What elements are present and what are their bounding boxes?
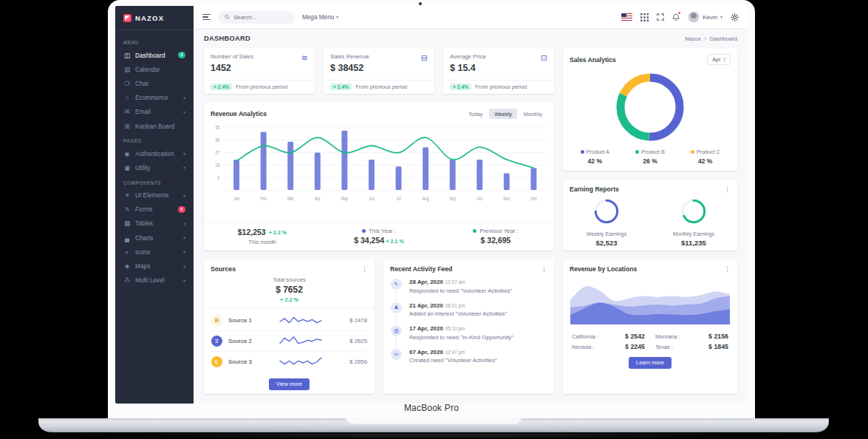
chevron-down-icon: ▾ xyxy=(183,221,185,226)
kebab-menu-icon[interactable]: ⋮ xyxy=(724,186,731,193)
svg-text:Dec: Dec xyxy=(530,195,537,201)
chevron-down-icon: ▾ xyxy=(183,95,185,101)
this-year-value: $ 34,254 xyxy=(354,236,384,245)
sidebar-item-dashboard[interactable]: ◫Dashboard3 xyxy=(115,48,194,62)
learn-more-button[interactable]: Learn more xyxy=(629,357,671,369)
sidebar-item-multi-level[interactable]: ⁂Multi Level▾ xyxy=(115,273,194,287)
mega-menu-button[interactable]: Mega Menu ▾ xyxy=(302,14,338,21)
sidebar-item-label: Forms xyxy=(135,205,174,213)
earning-label: Weekly Earnings xyxy=(563,231,650,237)
legend-percent: 26 % xyxy=(623,157,678,165)
location-label: Montana : xyxy=(655,333,680,340)
source-name: Source 1 xyxy=(228,317,259,324)
page-head: DASHBOARD Nazox > Dashboard xyxy=(204,35,737,42)
stat-card-footer: + 2.4%From previous period xyxy=(324,80,434,94)
activity-item: ✎28 Apr, 202012:07 amResponded to need "… xyxy=(391,279,547,302)
activity-text: Created need "Volunteer Activities" xyxy=(409,357,547,364)
menu-toggle-icon[interactable] xyxy=(202,14,211,20)
brand-name: NAZOX xyxy=(135,14,164,22)
search-icon xyxy=(225,14,230,20)
chevron-down-icon: ▾ xyxy=(183,151,185,156)
breadcrumb-current: Dashboard xyxy=(710,35,737,42)
user-name: Kevin xyxy=(703,14,717,21)
stat-card-value: $ 15.4 xyxy=(450,63,486,73)
kebab-menu-icon[interactable]: ⋮ xyxy=(541,266,547,273)
sidebar-item-ecommerce[interactable]: ⌂Ecommerce▾ xyxy=(115,91,194,105)
apps-grid-icon[interactable] xyxy=(640,13,649,21)
source-sparkline xyxy=(265,335,336,348)
legend-label: Product B xyxy=(623,149,678,155)
view-more-button[interactable]: View more xyxy=(269,378,310,390)
legend-label: Product C xyxy=(677,149,733,155)
month-total: $12,253 xyxy=(238,228,266,236)
sidebar-badge: 3 xyxy=(178,52,185,58)
search-box[interactable] xyxy=(218,11,295,24)
source-row-source-1[interactable]: BSource 1$ 2478 xyxy=(211,310,367,331)
sidebar-item-utility[interactable]: ▣Utility▾ xyxy=(115,160,194,174)
activity-date: 28 Apr, 202012:07 am xyxy=(409,279,547,285)
legend-dot xyxy=(635,150,639,154)
kebab-menu-icon[interactable]: ⋮ xyxy=(724,266,731,273)
revenue-analytics-card: Revenue Analytics TodayWeeklyMonthly 918… xyxy=(204,103,554,251)
stat-card-text: Average Price$ 15.4 xyxy=(450,53,486,73)
search-input[interactable] xyxy=(233,14,288,21)
sources-rows: BSource 1$ 2478ΞSource 2$ 2625ŁSource 3$… xyxy=(204,309,375,372)
camera-icon xyxy=(419,2,422,5)
fullscreen-icon[interactable] xyxy=(657,13,664,21)
breadcrumb: Nazox > Dashboard xyxy=(685,35,737,42)
laptop-shadow xyxy=(81,432,787,439)
tab-monthly[interactable]: Monthly xyxy=(519,109,547,119)
authentication-icon: ◉ xyxy=(123,150,131,157)
source-row-source-2[interactable]: ΞSource 2$ 2625 xyxy=(211,331,367,352)
tab-weekly[interactable]: Weekly xyxy=(489,109,516,119)
sidebar-item-label: Charts xyxy=(135,234,179,242)
brand[interactable]: NAZOX xyxy=(115,6,194,30)
sidebar-item-forms[interactable]: ✎Forms6 xyxy=(115,203,194,217)
legend-text: Product B xyxy=(641,149,665,155)
chevron-down-icon: ▾ xyxy=(183,278,185,283)
sidebar-item-chat[interactable]: ❍Chat xyxy=(115,76,194,90)
layers-icon: ≋ xyxy=(301,53,308,73)
svg-text:Jul: Jul xyxy=(396,195,400,201)
revenue-month-stat: $12,253 + 2.2 % This month xyxy=(204,228,321,245)
sidebar-item-maps[interactable]: ◈Maps▾ xyxy=(115,259,194,273)
source-row-source-3[interactable]: ŁSource 3$ 2856 xyxy=(211,352,367,372)
prev-year-value: $ 32,695 xyxy=(481,236,511,245)
sidebar-item-ui-elements[interactable]: ✳UI Elements▾ xyxy=(115,188,194,203)
ecommerce-icon: ⌂ xyxy=(123,94,131,101)
sidebar-item-email[interactable]: ✉Email▾ xyxy=(115,105,194,119)
settings-gear-icon[interactable] xyxy=(731,13,739,21)
sidebar-item-authentication[interactable]: ◉Authentication▾ xyxy=(115,146,194,160)
location-value: $ 1845 xyxy=(708,343,728,350)
period-select[interactable]: Apr ▴▾ xyxy=(707,54,731,65)
activity-feed-title: Recent Activity Feed xyxy=(390,265,452,273)
language-flag-icon[interactable] xyxy=(621,13,632,21)
sidebar-item-calendar[interactable]: ▤Calendar xyxy=(115,62,194,76)
activity-item: ♟21 Apr, 202008:01 pmAdded an interest "… xyxy=(391,302,547,326)
sidebar-item-label: Email xyxy=(135,108,179,115)
breadcrumb-root[interactable]: Nazox xyxy=(685,35,701,42)
mega-menu-label: Mega Menu xyxy=(302,14,334,21)
store-icon: ⊡ xyxy=(541,53,547,73)
sidebar-item-charts[interactable]: ▄Charts▾ xyxy=(115,231,194,245)
source-amount: $ 2625 xyxy=(342,338,367,344)
sidebar-item-tables[interactable]: ▦Tables▾ xyxy=(115,217,194,231)
utility-icon: ▣ xyxy=(123,164,131,171)
multi-level-icon: ⁂ xyxy=(123,276,131,284)
stat-card-sales-revenue: Sales Revenue$ 38452⊟+ 2.4%From previous… xyxy=(324,48,434,94)
sidebar-item-icons[interactable]: ◐Icons▾ xyxy=(115,245,194,259)
user-menu[interactable]: Kevin ▾ xyxy=(688,11,722,23)
kebab-menu-icon[interactable]: ⋮ xyxy=(361,266,368,273)
revenue-this-year-stat: This Year : $ 34,254 + 2.1 % xyxy=(321,228,437,245)
svg-text:9: 9 xyxy=(217,174,219,180)
sidebar-item-kanban-board[interactable]: ⊞Kanban Board xyxy=(115,119,194,133)
pencil-icon: ✎ xyxy=(391,279,402,290)
briefcase-icon: ▭ xyxy=(391,349,402,360)
dashboard-icon: ◫ xyxy=(123,52,131,59)
chevron-down-icon: ▾ xyxy=(336,15,338,19)
notifications-bell-icon[interactable] xyxy=(672,13,680,21)
this-year-dot xyxy=(362,229,366,233)
tab-today[interactable]: Today xyxy=(463,109,488,119)
change-badge: + 2.4% xyxy=(450,84,471,90)
earning-monthly-earnings: Monthly Earnings$11,235 xyxy=(650,197,737,247)
